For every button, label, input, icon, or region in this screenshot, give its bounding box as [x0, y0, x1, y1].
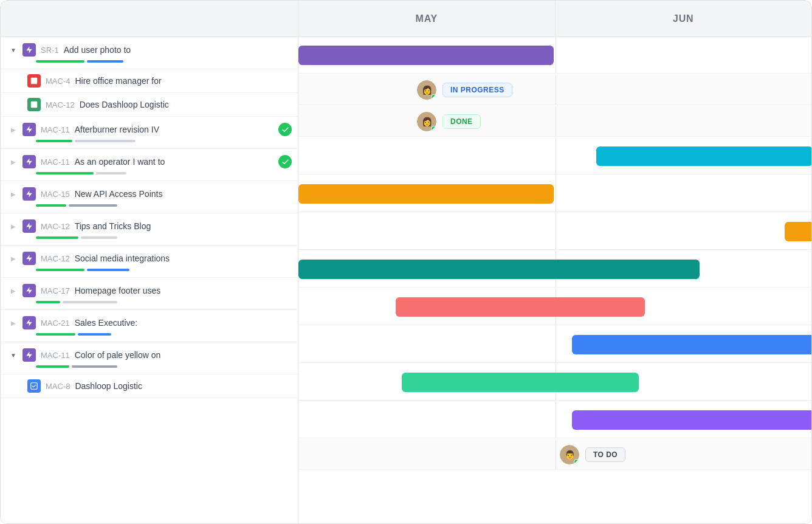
month-col-may: MAY [298, 1, 556, 36]
month-divider [556, 213, 556, 249]
epic-row[interactable]: ▶MAC-11As an operator I want to [1, 149, 298, 181]
epic-icon [22, 348, 36, 362]
avatar-online-dot [431, 126, 436, 131]
gantt-bar[interactable] [298, 260, 700, 279]
month-divider [556, 37, 556, 73]
epic-row[interactable]: ▶MAC-21Sales Executive: [1, 310, 298, 342]
epic-row-main: ▶MAC-17Homepage footer uses [9, 284, 292, 297]
epic-code: MAC-11 [41, 157, 70, 167]
child-row[interactable]: MAC-8Dashloop Logistic [1, 374, 298, 398]
gantt-bar[interactable] [298, 46, 554, 65]
gantt-bar[interactable] [298, 184, 554, 204]
epic-code: MAC-12 [41, 222, 70, 231]
month-col-jun: JUN [556, 1, 812, 36]
left-panel: ▼SR-1Add user photo toMAC-4Hire office m… [1, 1, 298, 523]
epic-title: New API Access Points [75, 189, 163, 199]
gantt-epic-row [298, 326, 811, 363]
status-badge: IN PROGRESS [442, 83, 512, 97]
svg-marker-9 [26, 255, 32, 262]
epic-row[interactable]: ▶MAC-12Tips and Tricks Blog [1, 213, 298, 246]
gantt-epic-row [298, 364, 811, 401]
gantt-child-row: 👩DONE [298, 106, 811, 137]
epic-row[interactable]: ▼MAC-11Color of pale yellow on [1, 342, 298, 374]
chevron-icon[interactable]: ▼ [9, 46, 18, 54]
progress-bar [36, 60, 292, 63]
right-panel: MAYJUN 👩IN PROGRESS👩DONE👨TO DO [298, 1, 811, 523]
epic-code: MAC-17 [41, 286, 70, 295]
gantt-bar[interactable] [785, 222, 811, 241]
epic-icon [22, 123, 36, 136]
epic-code: MAC-12 [41, 254, 70, 263]
gantt-epic-row [298, 402, 811, 438]
avatar-wrapper: 👨 [560, 445, 579, 464]
epic-row-main: ▼MAC-11Color of pale yellow on [9, 348, 292, 362]
chevron-icon[interactable]: ▶ [9, 222, 18, 230]
epic-row-main: ▶MAC-12Social media integrations [9, 252, 292, 265]
epic-title: Social media integrations [75, 253, 170, 263]
avatar-wrapper: 👩 [417, 80, 436, 100]
gantt-child-row: 👩IN PROGRESS [298, 75, 811, 105]
epic-row-main: ▶MAC-21Sales Executive: [9, 316, 292, 329]
epic-icon [22, 219, 36, 233]
chevron-icon[interactable]: ▼ [9, 351, 18, 359]
epic-icon [22, 155, 36, 168]
epic-code: MAC-11 [41, 125, 70, 134]
gantt-epic-row [298, 176, 811, 212]
gantt-epic-row [298, 37, 811, 74]
check-badge [278, 155, 292, 168]
epic-icon [22, 187, 36, 201]
progress-bar [36, 333, 292, 336]
epic-code: SR-1 [41, 46, 59, 55]
chevron-icon[interactable]: ▶ [9, 190, 18, 198]
epic-icon [22, 284, 36, 297]
epic-title: Sales Executive: [75, 318, 138, 328]
status-badge: TO DO [585, 447, 625, 462]
gantt-bar[interactable] [396, 297, 645, 317]
epic-row-main: ▶MAC-11As an operator I want to [9, 155, 292, 168]
child-icon [27, 98, 41, 111]
epic-code: MAC-21 [41, 319, 70, 328]
child-row-main: MAC-8Dashloop Logistic [27, 379, 292, 393]
gantt-bar[interactable] [572, 410, 811, 430]
progress-bar [36, 269, 292, 271]
epic-row[interactable]: ▶MAC-17Homepage footer uses [1, 278, 298, 310]
epic-row[interactable]: ▶MAC-12Social media integrations [1, 246, 298, 278]
month-divider [556, 176, 556, 212]
chevron-icon[interactable]: ▶ [9, 254, 18, 263]
child-gantt-content: 👩IN PROGRESS [417, 80, 512, 100]
chevron-icon[interactable]: ▶ [9, 125, 18, 134]
epic-row[interactable]: ▶MAC-15New API Access Points [1, 181, 298, 213]
child-title: Does Dashloop Logistic [80, 100, 169, 109]
svg-marker-12 [26, 351, 32, 359]
month-divider [556, 402, 556, 438]
child-icon [27, 379, 41, 393]
gantt-bar[interactable] [572, 335, 811, 354]
child-row[interactable]: MAC-4Hire office manager for [1, 69, 298, 93]
gantt-bar[interactable] [596, 147, 811, 166]
epic-row[interactable]: ▶MAC-11Afterburner revision IV [1, 117, 298, 149]
gantt-epic-row [298, 213, 811, 250]
epic-title: Tips and Tricks Blog [75, 221, 151, 231]
gantt-bar[interactable] [402, 373, 639, 392]
progress-bar [36, 140, 292, 142]
chevron-icon[interactable]: ▶ [9, 286, 18, 295]
epic-title: Color of pale yellow on [75, 350, 161, 360]
svg-marker-8 [26, 222, 32, 230]
child-row[interactable]: MAC-12Does Dashloop Logistic [1, 93, 298, 117]
month-divider [556, 106, 556, 136]
svg-marker-7 [26, 190, 32, 198]
chevron-icon[interactable]: ▶ [9, 157, 18, 166]
gantt-body: 👩IN PROGRESS👩DONE👨TO DO [298, 37, 811, 523]
gantt-epic-row [298, 289, 811, 325]
epic-icon [22, 252, 36, 265]
svg-rect-1 [31, 78, 38, 84]
avatar: 👨 [560, 445, 579, 464]
epic-row[interactable]: ▼SR-1Add user photo to [1, 37, 298, 69]
month-divider [556, 326, 556, 362]
gantt-epic-row [298, 251, 811, 288]
child-row-main: MAC-4Hire office manager for [27, 74, 292, 88]
chevron-icon[interactable]: ▶ [9, 319, 18, 327]
avatar-online-dot [574, 459, 579, 464]
child-code: MAC-4 [46, 77, 70, 86]
month-divider [556, 75, 556, 105]
